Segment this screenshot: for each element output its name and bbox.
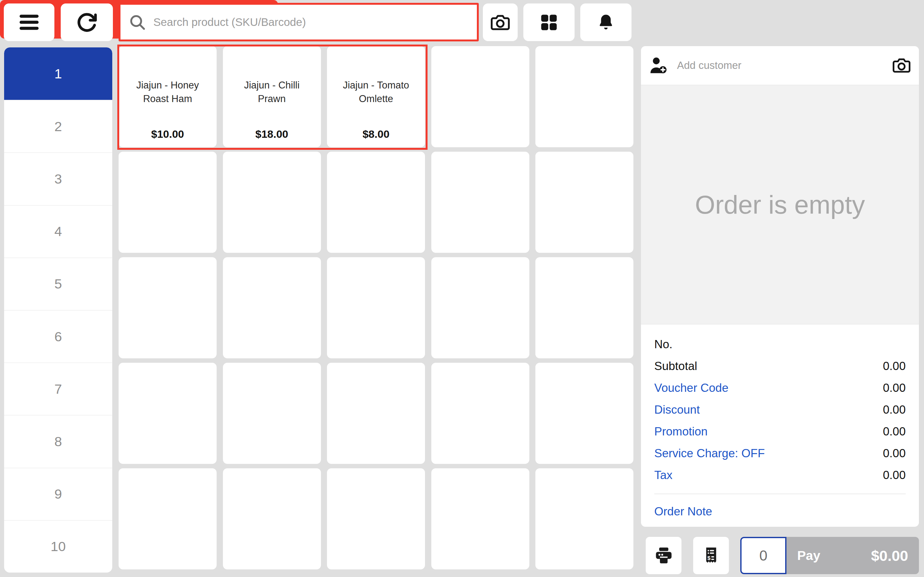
promotion-link[interactable]: Promotion xyxy=(654,425,708,438)
summary-label: Subtotal xyxy=(654,359,697,373)
product-name: Jiajun - Tomato Omlette xyxy=(327,78,425,106)
summary-row-promotion: Promotion 0.00 xyxy=(654,421,906,442)
search-icon xyxy=(129,14,146,31)
summary-value: 0.00 xyxy=(883,359,906,373)
product-grid: Jiajun - Honey Roast Ham $10.00 Jiajun -… xyxy=(119,46,635,577)
empty-product-slot xyxy=(535,363,633,464)
empty-product-slot xyxy=(431,46,529,147)
order-note-link[interactable]: Order Note xyxy=(654,505,906,518)
search-input[interactable] xyxy=(153,16,468,29)
page-tab-10[interactable]: 10 xyxy=(4,520,112,572)
add-customer-placeholder: Add customer xyxy=(677,60,884,71)
summary-row-discount: Discount 0.00 xyxy=(654,399,906,421)
page-tab-1[interactable]: 1 xyxy=(4,47,112,100)
order-empty-area: Order is empty xyxy=(641,85,919,324)
empty-product-slot xyxy=(119,363,216,464)
print-button[interactable] xyxy=(646,537,682,574)
summary-row-tax: Tax 0.00 xyxy=(654,464,906,486)
page-tab-2[interactable]: 2 xyxy=(4,100,112,152)
empty-product-slot xyxy=(119,468,216,569)
product-name: Jiajun - Chilli Prawn xyxy=(223,78,321,106)
summary-row-service-charge: Service Charge: OFF 0.00 xyxy=(654,442,906,464)
customer-camera-icon[interactable] xyxy=(892,56,911,74)
grid-icon xyxy=(539,13,559,32)
add-user-icon xyxy=(649,56,669,74)
empty-product-slot xyxy=(535,152,633,253)
empty-product-slot xyxy=(327,152,425,253)
svg-text:$: $ xyxy=(707,555,710,561)
product-tile[interactable]: Jiajun - Honey Roast Ham $10.00 xyxy=(119,46,216,147)
page-tab-3[interactable]: 3 xyxy=(4,152,112,205)
page-tab-5[interactable]: 5 xyxy=(4,258,112,310)
discount-link[interactable]: Discount xyxy=(654,403,700,416)
empty-product-slot xyxy=(223,468,321,569)
tax-link[interactable]: Tax xyxy=(654,469,673,482)
empty-product-slot xyxy=(223,257,321,358)
empty-product-slot xyxy=(327,468,425,569)
page-tab-8[interactable]: 8 xyxy=(4,415,112,467)
search-bar-highlighted[interactable] xyxy=(119,3,479,41)
summary-value: 0.00 xyxy=(883,403,906,416)
summary-value: 0.00 xyxy=(883,447,906,460)
order-empty-message: Order is empty xyxy=(695,190,865,219)
product-price: $10.00 xyxy=(119,128,216,140)
divider xyxy=(654,493,906,494)
empty-product-slot xyxy=(223,152,321,253)
order-panel: Add customer Order is empty No. Subtotal… xyxy=(641,46,919,527)
bell-icon xyxy=(596,13,615,32)
page-tab-6[interactable]: 6 xyxy=(4,310,112,363)
quantity-input[interactable]: 0 xyxy=(740,537,787,574)
empty-product-slot xyxy=(327,363,425,464)
product-name: Jiajun - Honey Roast Ham xyxy=(119,78,216,106)
grid-view-button[interactable] xyxy=(523,3,575,41)
empty-product-slot xyxy=(327,257,425,358)
receipt-icon: $ xyxy=(702,546,720,565)
service-charge-link[interactable]: Service Charge: OFF xyxy=(654,447,765,460)
empty-product-slot xyxy=(535,46,633,147)
empty-product-slot xyxy=(119,257,216,358)
empty-product-slot xyxy=(431,152,529,253)
empty-product-slot xyxy=(535,468,633,569)
pay-button[interactable]: Pay $0.00 xyxy=(787,537,919,574)
summary-value: 0.00 xyxy=(883,381,906,395)
empty-product-slot xyxy=(119,152,216,253)
summary-value: 0.00 xyxy=(883,469,906,482)
printer-icon xyxy=(654,546,673,565)
page-selector: 1 2 3 4 5 6 7 8 9 10 xyxy=(4,47,112,572)
empty-product-slot xyxy=(535,257,633,358)
menu-button[interactable] xyxy=(4,3,54,41)
page-tab-9[interactable]: 9 xyxy=(4,467,112,520)
add-customer-row[interactable]: Add customer xyxy=(641,46,919,85)
hamburger-icon xyxy=(19,13,40,32)
product-tile[interactable]: Jiajun - Chilli Prawn $18.00 xyxy=(223,46,321,147)
empty-product-slot xyxy=(431,363,529,464)
barcode-camera-button[interactable] xyxy=(483,3,518,41)
product-price: $8.00 xyxy=(327,128,425,140)
receipt-button[interactable]: $ xyxy=(693,537,729,574)
summary-value: 0.00 xyxy=(883,425,906,438)
summary-label: No. xyxy=(654,338,673,351)
camera-icon xyxy=(491,13,510,32)
page-tab-4[interactable]: 4 xyxy=(4,205,112,258)
pay-label: Pay xyxy=(797,548,820,563)
summary-row-no: No. xyxy=(654,334,906,355)
voucher-code-link[interactable]: Voucher Code xyxy=(654,381,729,395)
empty-product-slot xyxy=(431,257,529,358)
refresh-icon xyxy=(76,12,98,33)
summary-row-voucher-code: Voucher Code 0.00 xyxy=(654,377,906,399)
product-price: $18.00 xyxy=(223,128,321,140)
product-tile[interactable]: Jiajun - Tomato Omlette $8.00 xyxy=(327,46,425,147)
order-summary: No. Subtotal 0.00 Voucher Code 0.00 Disc… xyxy=(641,324,919,527)
empty-product-slot xyxy=(431,468,529,569)
refresh-button[interactable] xyxy=(61,3,113,41)
page-tab-7[interactable]: 7 xyxy=(4,363,112,415)
pay-amount: $0.00 xyxy=(871,547,908,564)
summary-row-subtotal: Subtotal 0.00 xyxy=(654,355,906,377)
notifications-button[interactable] xyxy=(580,3,632,41)
empty-product-slot xyxy=(223,363,321,464)
